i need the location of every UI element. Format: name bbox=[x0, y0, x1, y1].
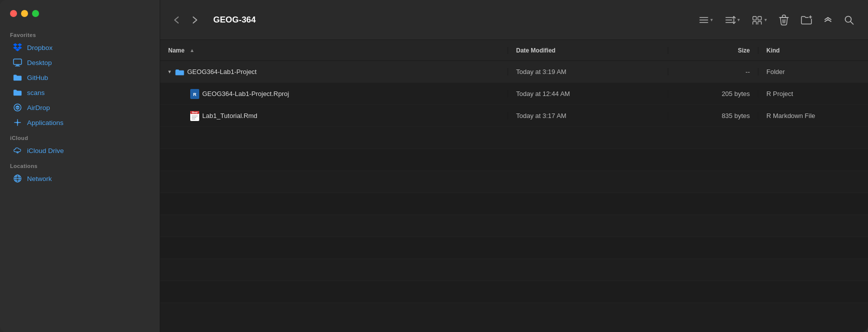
empty-row bbox=[160, 149, 868, 171]
file-name: Lab1_Tutorial.Rmd bbox=[202, 112, 257, 120]
svg-line-27 bbox=[785, 20, 785, 23]
trash-button[interactable] bbox=[775, 12, 793, 28]
nav-buttons bbox=[170, 13, 201, 27]
locations-section-label: Locations bbox=[0, 158, 160, 171]
svg-rect-24 bbox=[758, 22, 761, 24]
search-button[interactable] bbox=[840, 12, 858, 28]
empty-row bbox=[160, 215, 868, 237]
icloud-icon bbox=[13, 146, 22, 155]
file-size-col: 835 bytes bbox=[668, 112, 758, 120]
file-kind-col: R Project bbox=[758, 90, 868, 98]
empty-row bbox=[160, 259, 868, 281]
sidebar-item-dropbox[interactable]: Dropbox bbox=[3, 40, 157, 54]
table-row[interactable]: R GEOG364-Lab1-Project.Rproj Today at 12… bbox=[160, 83, 868, 105]
sidebar-item-github[interactable]: GitHub bbox=[3, 70, 157, 84]
sidebar-item-network[interactable]: Network bbox=[3, 172, 157, 186]
empty-row bbox=[160, 281, 868, 303]
rmd-icon: Rmd bbox=[190, 112, 199, 120]
sidebar-item-network-label: Network bbox=[27, 175, 52, 182]
list-view-button[interactable]: ▾ bbox=[695, 13, 717, 27]
sidebar-item-airdrop-label: AirDrop bbox=[27, 104, 50, 112]
file-kind-col: Folder bbox=[758, 68, 868, 76]
sidebar-item-applications[interactable]: Applications bbox=[3, 116, 157, 130]
svg-rect-2 bbox=[15, 66, 20, 66]
empty-row bbox=[160, 237, 868, 259]
folder-icon bbox=[13, 73, 22, 82]
grid-view-chevron: ▾ bbox=[764, 17, 767, 22]
empty-row bbox=[160, 171, 868, 193]
sidebar-item-github-label: GitHub bbox=[27, 74, 48, 82]
file-date-col: Today at 12:44 AM bbox=[508, 90, 668, 98]
network-icon bbox=[13, 174, 22, 183]
more-button[interactable] bbox=[820, 13, 836, 27]
sidebar-item-airdrop[interactable]: AirDrop bbox=[3, 100, 157, 114]
sidebar-item-scans[interactable]: scans bbox=[3, 86, 157, 100]
rproj-icon: R bbox=[190, 90, 199, 98]
col-name-label: Name bbox=[168, 47, 185, 54]
sidebar-item-dropbox-label: Dropbox bbox=[27, 44, 53, 52]
sort-arrow: ▲ bbox=[190, 48, 195, 53]
airdrop-icon bbox=[13, 103, 22, 112]
svg-text:R: R bbox=[193, 92, 197, 97]
folder-icon bbox=[13, 88, 22, 97]
sidebar: Favorites Dropbox Desktop bbox=[0, 0, 160, 332]
forward-button[interactable] bbox=[188, 13, 201, 27]
dropbox-icon bbox=[13, 43, 22, 52]
close-button[interactable] bbox=[10, 10, 17, 17]
sidebar-item-icloud-drive[interactable]: iCloud Drive bbox=[3, 144, 157, 158]
new-folder-button[interactable] bbox=[797, 12, 816, 28]
svg-line-33 bbox=[850, 22, 853, 24]
list-view-chevron: ▾ bbox=[710, 17, 713, 22]
file-name: GEOG364-Lab1-Project bbox=[187, 68, 257, 76]
sidebar-item-scans-label: scans bbox=[27, 89, 45, 96]
folder-icon bbox=[175, 68, 184, 76]
file-kind-col: R Markdown File bbox=[758, 112, 868, 120]
svg-point-7 bbox=[17, 122, 19, 124]
svg-rect-1 bbox=[16, 65, 19, 66]
col-name-header[interactable]: Name ▲ bbox=[160, 47, 508, 54]
window-title: GEOG-364 bbox=[213, 15, 256, 25]
svg-rect-22 bbox=[758, 16, 761, 20]
file-date-col: Today at 3:19 AM bbox=[508, 68, 668, 76]
svg-line-26 bbox=[783, 20, 783, 23]
table-row[interactable]: Rmd Lab1_Tutorial.Rmd Today at 3:17 AM 8… bbox=[160, 105, 868, 127]
empty-row bbox=[160, 127, 868, 149]
sidebar-item-desktop[interactable]: Desktop bbox=[3, 56, 157, 70]
table-row[interactable]: ▾ GEOG364-Lab1-Project Today at 3:19 AM … bbox=[160, 61, 868, 83]
icloud-section-label: iCloud bbox=[0, 130, 160, 143]
empty-row bbox=[160, 193, 868, 215]
file-rows: ▾ GEOG364-Lab1-Project Today at 3:19 AM … bbox=[160, 61, 868, 332]
svg-text:Rmd: Rmd bbox=[192, 111, 197, 114]
expand-chevron: ▾ bbox=[168, 68, 171, 75]
col-size-header[interactable]: Size bbox=[668, 47, 758, 54]
file-size-col: 205 bytes bbox=[668, 90, 758, 98]
file-name-col: Rmd Lab1_Tutorial.Rmd bbox=[160, 112, 508, 120]
file-date-col: Today at 3:17 AM bbox=[508, 112, 668, 120]
col-date-header[interactable]: Date Modified bbox=[508, 47, 668, 54]
toolbar: GEOG-364 ▾ bbox=[160, 0, 868, 40]
window-controls bbox=[0, 10, 160, 27]
back-button[interactable] bbox=[170, 13, 183, 27]
file-name: GEOG364-Lab1-Project.Rproj bbox=[202, 90, 289, 98]
col-kind-header[interactable]: Kind bbox=[758, 47, 868, 54]
maximize-button[interactable] bbox=[32, 10, 39, 17]
favorites-section-label: Favorites bbox=[0, 27, 160, 40]
svg-rect-21 bbox=[753, 16, 756, 20]
toolbar-controls: ▾ ▾ bbox=[695, 12, 858, 28]
svg-rect-0 bbox=[14, 59, 22, 64]
file-name-col: ▾ GEOG364-Lab1-Project bbox=[160, 68, 508, 76]
sidebar-item-icloud-drive-label: iCloud Drive bbox=[27, 147, 64, 154]
minimize-button[interactable] bbox=[21, 10, 28, 17]
sidebar-item-desktop-label: Desktop bbox=[27, 59, 52, 66]
file-list-header: Name ▲ Date Modified Size Kind bbox=[160, 40, 868, 61]
sort-view-button[interactable]: ▾ bbox=[721, 13, 744, 27]
main-content: GEOG-364 ▾ bbox=[160, 0, 868, 332]
file-name-col: R GEOG364-Lab1-Project.Rproj bbox=[160, 90, 508, 98]
svg-rect-23 bbox=[753, 22, 756, 24]
sort-view-chevron: ▾ bbox=[737, 17, 740, 22]
grid-view-button[interactable]: ▾ bbox=[748, 13, 771, 27]
applications-icon bbox=[13, 118, 22, 127]
file-size-col: -- bbox=[668, 68, 758, 76]
sidebar-item-applications-label: Applications bbox=[27, 119, 64, 126]
desktop-icon bbox=[13, 58, 22, 67]
